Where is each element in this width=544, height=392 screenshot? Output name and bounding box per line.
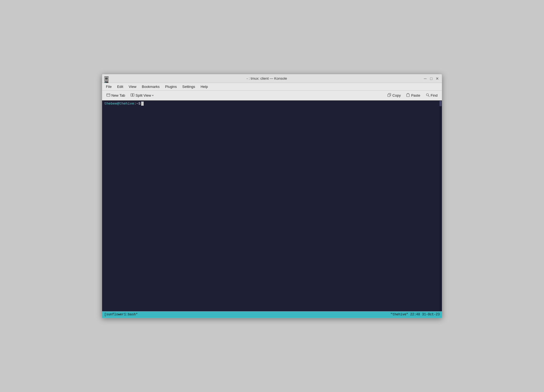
prompt-line: thebee@thehive :~$ [104,102,437,106]
paste-icon [406,93,410,98]
minimize-button[interactable]: ─ [423,76,428,81]
menu-file[interactable]: File [103,84,114,89]
svg-rect-7 [407,94,409,97]
window-controls: ─ □ ✕ [423,76,440,81]
menu-settings[interactable]: Settings [180,84,198,89]
prompt-user: thebee@thehive [104,102,134,106]
new-tab-icon [106,93,110,98]
find-icon [426,93,430,98]
copy-label: Copy [392,93,401,97]
find-button[interactable]: Find [424,92,440,99]
app-icon [104,76,109,81]
terminal-cursor [141,102,144,106]
status-bar: [sunflower1:bash* "thehive" 22:48 31-Oct… [102,311,442,318]
scrollbar-thumb[interactable] [439,101,442,106]
menu-bookmarks[interactable]: Bookmarks [139,84,162,89]
menu-plugins[interactable]: Plugins [162,84,180,89]
copy-icon [387,93,391,98]
paste-label: Paste [411,93,420,97]
svg-rect-6 [388,94,390,97]
prompt-separator: :~$ [134,102,140,106]
title-bar: - : tmux: client — Konsole ─ □ ✕ [102,74,442,83]
split-view-icon [131,93,134,98]
status-right: "thehive" 22:48 31-Oct-23 [390,313,440,316]
close-button[interactable]: ✕ [435,76,440,81]
toolbar-left: New Tab Split View ▾ [104,92,384,99]
svg-rect-3 [131,94,132,96]
scrollbar-track[interactable] [439,100,442,311]
svg-line-9 [428,96,429,97]
svg-rect-4 [133,94,134,96]
toolbar: New Tab Split View ▾ [102,91,442,100]
paste-button[interactable]: Paste [404,92,422,99]
terminal-area: thebee@thehive :~$ [102,100,442,311]
terminal-content[interactable]: thebee@thehive :~$ [102,100,439,311]
menu-view[interactable]: View [126,84,139,89]
find-label: Find [431,93,438,97]
menu-help[interactable]: Help [198,84,211,89]
window-title: - : tmux: client — Konsole [111,76,423,80]
menu-bar: File Edit View Bookmarks Plugins Setting… [102,83,442,91]
konsole-window: - : tmux: client — Konsole ─ □ ✕ File Ed… [102,74,442,318]
status-left: [sunflower1:bash* [104,313,390,316]
toolbar-right: Copy Paste Find [385,92,440,99]
copy-button[interactable]: Copy [385,92,403,99]
svg-rect-2 [107,94,110,96]
split-view-label: Split View [135,93,151,97]
menu-edit[interactable]: Edit [114,84,126,89]
new-tab-label: New Tab [111,93,125,97]
new-tab-button[interactable]: New Tab [104,92,127,99]
split-view-chevron: ▾ [152,94,154,97]
split-view-button[interactable]: Split View ▾ [128,92,156,99]
maximize-button[interactable]: □ [429,76,434,81]
